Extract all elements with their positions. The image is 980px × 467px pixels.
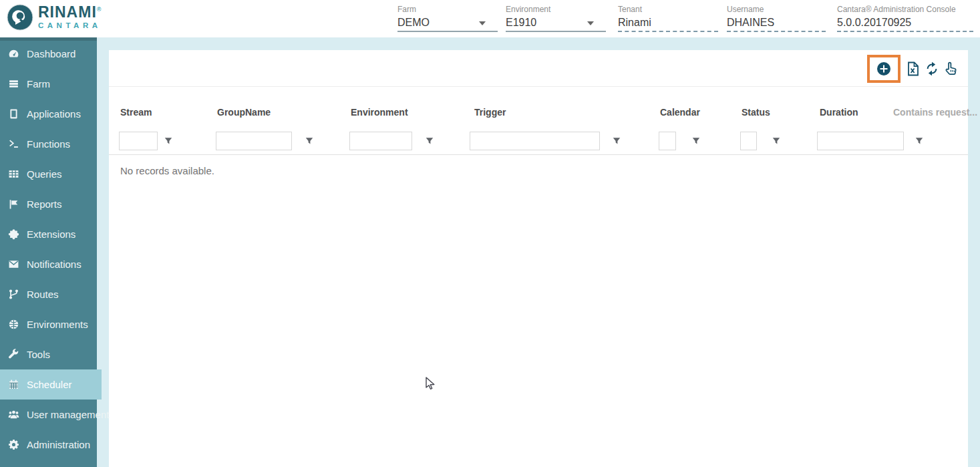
- users-icon: [8, 409, 19, 420]
- field-value: 5.0.0.20170925: [837, 17, 973, 29]
- sidebar-item-label: Administration: [27, 439, 90, 450]
- applications-icon: [8, 108, 19, 120]
- logo-text: RINAMI® CANTARA: [38, 5, 102, 30]
- column-header: Calendar: [660, 107, 700, 118]
- empty-records-message: No records available.: [120, 165, 968, 176]
- chevron-down-icon: [587, 21, 594, 25]
- rinami-logo-icon: [7, 4, 33, 31]
- sidebar-item-scheduler[interactable]: Scheduler: [0, 369, 102, 400]
- sidebar-item-routes[interactable]: Routes: [0, 279, 97, 309]
- add-button[interactable]: [867, 55, 901, 83]
- column-header: GroupName: [217, 107, 271, 118]
- field-value: Rinami: [618, 17, 718, 29]
- filter-input[interactable]: [470, 132, 600, 150]
- sidebar-item-farm[interactable]: Farm: [0, 69, 97, 99]
- filter-funnel-icon[interactable]: [612, 136, 621, 148]
- sidebar-item-label: Reports: [27, 198, 62, 210]
- farm-field[interactable]: Farm DEMO: [397, 5, 498, 32]
- sidebar-item-label: Routes: [27, 289, 59, 300]
- sidebar-item-dashboard[interactable]: Dashboard: [0, 39, 97, 69]
- refresh-icon: [924, 61, 940, 77]
- filter-input[interactable]: [349, 132, 412, 150]
- export-excel-button[interactable]: [905, 61, 921, 77]
- sidebar-item-label: Dashboard: [27, 48, 75, 59]
- sidebar-nav: Dashboard Farm Applications Functions Qu…: [0, 37, 97, 467]
- chevron-down-icon: [479, 21, 486, 25]
- grid-filter-header: Stream GroupName Environment Trigger Cal…: [109, 87, 968, 155]
- sidebar-item-notifications[interactable]: Notifications: [0, 249, 97, 279]
- reports-icon: [8, 198, 19, 210]
- sidebar-item-user-management[interactable]: User management: [0, 400, 97, 430]
- hand-pointer-button[interactable]: [943, 61, 959, 77]
- hand-pointer-icon: [943, 61, 959, 77]
- registered-mark: ®: [97, 7, 102, 13]
- sidebar-item-label: Farm: [27, 78, 50, 90]
- version-field[interactable]: Cantara® Administration Console 5.0.0.20…: [837, 5, 973, 32]
- column-header: Environment: [351, 107, 408, 118]
- sidebar-item-tools[interactable]: Tools: [0, 339, 97, 369]
- grid-body: No records available.: [109, 155, 968, 176]
- environment-field[interactable]: Environment E1910: [506, 5, 606, 32]
- sidebar-item-label: Scheduler: [27, 379, 72, 390]
- tenant-field[interactable]: Tenant Rinami: [618, 5, 718, 32]
- app-header: RINAMI® CANTARA Farm DEMO Environment E1…: [0, 0, 980, 37]
- tab-bar: [109, 50, 968, 87]
- sidebar-item-label: Applications: [27, 108, 81, 120]
- column-header: Trigger: [474, 107, 506, 118]
- scheduler-icon: [8, 379, 19, 390]
- sidebar-item-label: Extensions: [27, 228, 75, 240]
- filter-funnel-icon[interactable]: [164, 136, 173, 148]
- filter-funnel-icon[interactable]: [425, 136, 434, 148]
- column-header: Status: [742, 107, 770, 118]
- filter-funnel-icon[interactable]: [772, 136, 781, 148]
- sidebar-item-applications[interactable]: Applications: [0, 99, 97, 129]
- plus-circle-icon: [876, 61, 892, 77]
- sidebar-item-extensions[interactable]: Extensions: [0, 219, 97, 249]
- environments-icon: [8, 319, 19, 330]
- filter-funnel-icon[interactable]: [915, 136, 924, 148]
- logo-brand: RINAMI®: [38, 5, 102, 20]
- field-label: Farm: [397, 5, 498, 14]
- username-field[interactable]: Username DHAINES: [727, 5, 826, 32]
- logo-sub-brand: CANTARA: [38, 22, 102, 30]
- dashboard-icon: [8, 48, 19, 59]
- grid-toolbar: [867, 55, 959, 83]
- scheduler-panel: Stream GroupName Environment Trigger Cal…: [109, 50, 968, 467]
- farm-icon: [8, 78, 19, 90]
- notifications-icon: [8, 259, 19, 270]
- sidebar-item-label: User management: [27, 409, 109, 420]
- sidebar-item-label: Environments: [27, 319, 88, 330]
- queries-icon: [8, 168, 19, 180]
- excel-file-icon: [905, 61, 921, 77]
- sidebar-item-functions[interactable]: Functions: [0, 129, 97, 159]
- rinami-cantara-logo[interactable]: RINAMI® CANTARA: [7, 4, 102, 31]
- sidebar-item-label: Notifications: [27, 259, 81, 270]
- sidebar-item-queries[interactable]: Queries: [0, 159, 97, 189]
- filter-input[interactable]: [740, 132, 757, 150]
- sidebar-item-environments[interactable]: Environments: [0, 309, 97, 339]
- sidebar-item-reports[interactable]: Reports: [0, 189, 97, 219]
- field-label: Environment: [506, 5, 606, 14]
- sidebar-item-administration[interactable]: Administration: [0, 430, 97, 460]
- filter-input[interactable]: [119, 132, 158, 150]
- administration-icon: [8, 439, 19, 450]
- sidebar-item-label: Tools: [27, 349, 50, 360]
- field-label: Tenant: [618, 5, 718, 14]
- tools-icon: [8, 349, 19, 360]
- column-header: Contains request...: [893, 107, 977, 118]
- column-header: Stream: [120, 107, 152, 118]
- filter-funnel-icon[interactable]: [305, 136, 314, 148]
- column-header: Duration: [820, 107, 858, 118]
- field-value: DHAINES: [727, 17, 826, 29]
- extensions-icon: [8, 228, 19, 240]
- functions-icon: [8, 138, 19, 150]
- sidebar-item-label: Queries: [27, 168, 62, 180]
- refresh-button[interactable]: [924, 61, 940, 77]
- content-area: Stream GroupName Environment Trigger Cal…: [97, 37, 980, 467]
- filter-input[interactable]: [216, 132, 292, 150]
- field-label: Username: [727, 5, 826, 14]
- filter-input[interactable]: [817, 132, 904, 150]
- filter-input[interactable]: [659, 132, 676, 150]
- filter-funnel-icon[interactable]: [691, 136, 701, 148]
- sidebar-item-label: Functions: [27, 138, 70, 150]
